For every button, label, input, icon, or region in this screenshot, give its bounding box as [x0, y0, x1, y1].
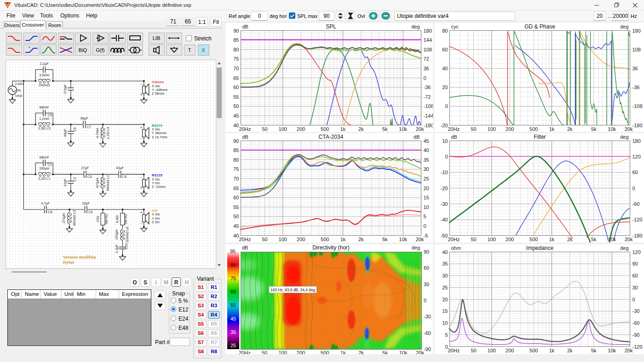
- svg-text:2k: 2k: [567, 126, 573, 132]
- svg-text:90: 90: [632, 261, 638, 266]
- svg-text:180: 180: [632, 138, 641, 144]
- svg-text:85: 85: [230, 262, 236, 268]
- svg-text:SPL: SPL: [326, 23, 336, 30]
- svg-text:1k: 1k: [549, 348, 555, 353]
- svg-text:Impedance: Impedance: [526, 245, 554, 251]
- svg-text:25: 25: [442, 285, 448, 290]
- svg-text:15µF: 15µF: [82, 201, 90, 205]
- svg-text:75: 75: [233, 166, 239, 172]
- svg-text:35: 35: [424, 157, 429, 163]
- svg-text:50: 50: [471, 126, 476, 132]
- svg-text:10: 10: [442, 320, 448, 326]
- svg-text:C6: C6: [73, 127, 77, 132]
- svg-text:20Hz: 20Hz: [239, 350, 251, 354]
- svg-text:-180: -180: [424, 123, 433, 128]
- svg-text:1k: 1k: [340, 126, 346, 132]
- svg-text:-: -: [140, 82, 142, 86]
- svg-text:40: 40: [442, 66, 448, 71]
- svg-text:1k: 1k: [549, 237, 555, 242]
- svg-text:50: 50: [233, 103, 239, 109]
- svg-text:deg: deg: [620, 134, 628, 140]
- svg-text:-: -: [140, 136, 142, 141]
- svg-text:dB: dB: [242, 245, 248, 250]
- svg-text:0: 0: [445, 103, 448, 109]
- svg-text:5: 5: [424, 214, 426, 219]
- svg-text:30: 30: [424, 166, 429, 172]
- svg-text:35: 35: [442, 261, 448, 266]
- svg-text:55: 55: [233, 94, 239, 100]
- svg-text:90: 90: [233, 138, 239, 144]
- svg-text:+: +: [140, 92, 142, 97]
- svg-text:6,8Ω: 6,8Ω: [115, 215, 119, 223]
- svg-text:20k: 20k: [625, 126, 633, 132]
- svg-text:deg: deg: [411, 24, 420, 29]
- svg-text:+: +: [140, 125, 142, 130]
- svg-text:C7: C7: [86, 125, 91, 129]
- svg-text:80: 80: [442, 28, 448, 34]
- svg-text:2k: 2k: [358, 126, 364, 132]
- svg-text:-90: -90: [424, 346, 431, 352]
- svg-text:-30: -30: [441, 201, 448, 207]
- svg-text:-40: -40: [441, 217, 448, 222]
- svg-text:72: 72: [424, 56, 429, 62]
- svg-text:5k: 5k: [591, 237, 597, 242]
- svg-text:1k: 1k: [549, 126, 555, 132]
- svg-text:1,2Ω L1: 1,2Ω L1: [38, 176, 50, 181]
- svg-text:45: 45: [424, 138, 429, 144]
- svg-text:68µF: 68µF: [63, 129, 67, 137]
- svg-text:1k: 1k: [340, 237, 346, 242]
- svg-text:60: 60: [442, 47, 448, 52]
- svg-text:56µF: 56µF: [80, 116, 89, 120]
- svg-text:20Hz: 20Hz: [448, 126, 460, 132]
- svg-text:-60: -60: [424, 330, 431, 336]
- svg-text:20k: 20k: [625, 237, 633, 242]
- svg-text:55: 55: [233, 204, 239, 210]
- svg-text:1k: 1k: [340, 350, 346, 354]
- svg-text:20k: 20k: [416, 126, 424, 132]
- svg-text:90: 90: [424, 249, 429, 255]
- svg-text:45: 45: [230, 316, 236, 322]
- svg-text:LIB: LIB: [153, 35, 161, 41]
- svg-text:-: -: [140, 221, 142, 226]
- svg-text:4,7mH: 4,7mH: [95, 128, 99, 138]
- svg-text:20k: 20k: [416, 350, 424, 354]
- svg-text:-20: -20: [441, 123, 448, 128]
- svg-text:36: 36: [632, 66, 638, 71]
- svg-text:dB: dB: [242, 134, 248, 140]
- svg-text:Filter: Filter: [534, 134, 546, 140]
- svg-text:ohm: ohm: [451, 245, 461, 251]
- svg-text:500: 500: [321, 350, 329, 354]
- svg-text:0s: 0s: [17, 88, 21, 92]
- svg-text:0: 0: [424, 223, 426, 229]
- svg-text:180: 180: [424, 28, 432, 34]
- svg-text:Z -10mm: Z -10mm: [152, 185, 166, 189]
- svg-text:-: -: [140, 175, 142, 180]
- svg-text:22µF: 22µF: [63, 178, 67, 187]
- svg-text:40: 40: [424, 147, 429, 153]
- svg-text:65: 65: [233, 186, 239, 191]
- svg-text:20k: 20k: [416, 237, 424, 242]
- svg-text:5k: 5k: [382, 126, 388, 132]
- svg-text:200: 200: [297, 350, 305, 354]
- svg-text:500: 500: [321, 237, 329, 242]
- svg-text:390mΩ L5: 390mΩ L5: [72, 210, 76, 226]
- svg-text:75: 75: [233, 56, 239, 62]
- svg-text:C4: C4: [122, 175, 127, 179]
- svg-text:70: 70: [233, 66, 239, 71]
- svg-text:50: 50: [262, 237, 267, 242]
- svg-text:-5: -5: [424, 233, 428, 238]
- svg-text:50: 50: [262, 126, 267, 132]
- svg-text:290mΩ: 290mΩ: [39, 83, 50, 87]
- svg-text:40: 40: [442, 249, 448, 255]
- svg-text:1,2Ω L4: 1,2Ω L4: [106, 127, 110, 139]
- svg-text:10k: 10k: [399, 126, 407, 132]
- svg-text:-36: -36: [632, 85, 640, 90]
- svg-text:35: 35: [230, 329, 236, 335]
- svg-text:-120: -120: [632, 217, 643, 222]
- svg-text:80: 80: [233, 157, 239, 163]
- svg-text:10k: 10k: [608, 237, 616, 242]
- svg-text:500: 500: [529, 237, 538, 242]
- svg-text:65: 65: [230, 289, 236, 294]
- svg-text:30: 30: [632, 285, 638, 290]
- svg-text:GD & Phase: GD & Phase: [524, 23, 555, 30]
